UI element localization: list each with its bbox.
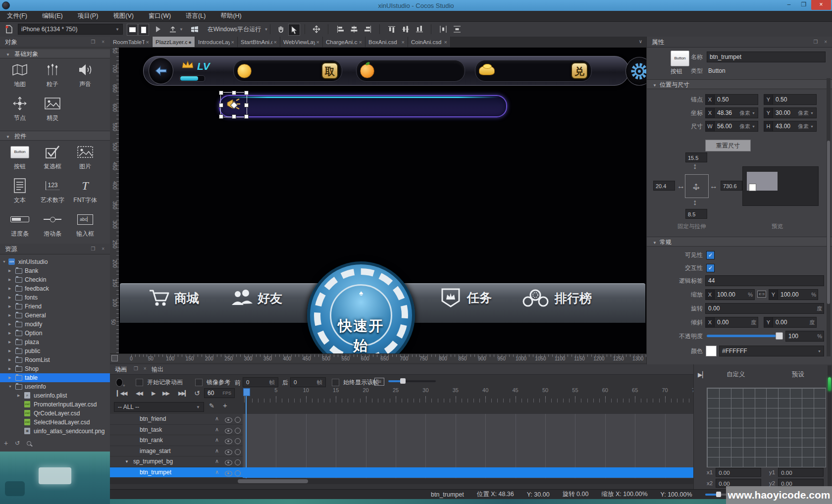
status-zoom-slider[interactable] [705, 494, 728, 496]
collapsed-icon[interactable]: ▶ [8, 266, 11, 275]
document-tab[interactable]: StartBtnAni.c× [238, 37, 280, 47]
always-show-checkbox[interactable] [332, 379, 339, 386]
lock-circle-icon[interactable] [235, 438, 241, 444]
visibility-eye-icon[interactable] [225, 450, 232, 455]
timeline-hscroll-thumb[interactable] [238, 479, 308, 483]
curve-x1-field[interactable]: x10.00 [707, 468, 761, 477]
collapsed-icon[interactable]: ▶ [8, 293, 11, 302]
playhead-handle[interactable] [243, 388, 250, 396]
distribute-v-icon[interactable] [452, 24, 463, 35]
visibility-eye-icon[interactable] [225, 460, 232, 465]
align-left-icon[interactable] [335, 24, 346, 35]
distribute-h-icon[interactable] [438, 24, 449, 35]
scale-y-input[interactable]: Y100.00 % [769, 289, 818, 300]
tree-item-modify[interactable]: ▶modify [0, 320, 110, 329]
rotate-input[interactable]: 0.00度 [705, 303, 824, 314]
section-basic-objects[interactable]: ▼ 基础对象 [0, 49, 110, 58]
palette-item-progress[interactable]: 进度条 [3, 210, 36, 238]
timeline-row-btn_rank[interactable]: btn_rank∧ [110, 435, 693, 446]
selection-handle[interactable] [244, 91, 249, 95]
mirror-reference-toggle[interactable]: 镜像参考 [195, 377, 230, 388]
hand-tool-icon[interactable] [275, 24, 286, 35]
timeline-row-btn_friend[interactable]: btn_friend∧ [110, 414, 693, 425]
visibility-eye-icon[interactable] [225, 471, 232, 476]
record-icon[interactable] [116, 377, 123, 388]
collapsed-icon[interactable]: ▶ [8, 338, 11, 347]
skew-x-input[interactable]: X0.00 度 [705, 317, 758, 328]
collapsed-icon[interactable]: ▶ [8, 275, 11, 284]
tree-item-userinfo[interactable]: ▼userinfo [0, 382, 110, 391]
panel-window-icons[interactable]: ❒ × [91, 244, 107, 254]
tree-item-xinUIstudio[interactable]: ▼ccsxinUIstudio [0, 257, 110, 266]
selection-box[interactable] [220, 92, 247, 117]
task-button[interactable]: 任务 [438, 287, 492, 308]
tree-item-PromoterInputLayer.csd[interactable]: csdPromoterInputLayer.csd [0, 400, 110, 409]
color-input[interactable]: #FFFFFF▼ [719, 346, 824, 356]
lock-circle-icon[interactable] [235, 417, 241, 423]
document-tab[interactable]: PlazzLayer.cs● [153, 37, 195, 47]
add-track-icon[interactable]: + [223, 401, 227, 409]
menu-item[interactable]: 编辑(E) [42, 12, 63, 20]
menu-item[interactable]: 项目(P) [78, 12, 99, 20]
back-button[interactable] [149, 57, 173, 84]
collapsed-icon[interactable]: ▶ [8, 347, 11, 355]
after-frames-input[interactable]: 0帧 [290, 377, 326, 387]
collapse-track-icon[interactable]: ∧ [215, 469, 219, 475]
fast-forward-icon[interactable]: ▶▶ [162, 390, 169, 397]
tree-item-userinfo.plist[interactable]: ▶puserinfo.plist [0, 391, 110, 400]
selection-handle[interactable] [219, 91, 223, 95]
selection-handle[interactable] [219, 103, 223, 107]
tab-custom[interactable]: 自定义 [727, 370, 745, 379]
collapsed-icon[interactable]: ▶ [17, 391, 20, 400]
play-small-icon[interactable]: ▶▏ [698, 371, 707, 378]
color-swatch[interactable] [706, 346, 717, 356]
palette-item-sound[interactable]: 声音 [69, 60, 102, 89]
landscape-button[interactable] [127, 24, 138, 36]
selection-handle[interactable] [232, 114, 236, 119]
tree-item-plaza[interactable]: ▶plaza [0, 338, 110, 347]
collapse-track-icon[interactable]: ∧ [215, 426, 219, 433]
tree-item-Shop[interactable]: ▶Shop [0, 364, 110, 373]
tab-close-icon[interactable]: × [274, 39, 277, 45]
tree-item-uinfo_atlas_sendcount.png[interactable]: ▦uinfo_atlas_sendcount.png [0, 427, 110, 436]
opacity-slider[interactable] [707, 335, 776, 337]
collapsed-icon[interactable]: ▶ [8, 364, 11, 373]
collapsed-icon[interactable]: ▶ [8, 302, 11, 311]
stretch-center-box[interactable]: ↔ ↕ [685, 174, 709, 198]
scale-link-icon[interactable]: ⊏⊐ [757, 291, 766, 298]
collapse-track-icon[interactable]: ∧ [215, 458, 219, 464]
play-frame-icon[interactable]: ▶ [152, 390, 155, 397]
collapse-track-icon[interactable]: ∧ [215, 437, 219, 443]
shop-button[interactable]: 商城 [149, 288, 199, 308]
palette-item-map[interactable]: 地图 [3, 60, 36, 89]
portrait-button[interactable] [138, 24, 149, 36]
always-show-frame-toggle[interactable]: 始终显示该帧 [332, 377, 379, 388]
tree-item-table[interactable]: ▶table [0, 373, 110, 382]
curve-grid[interactable] [707, 388, 826, 467]
tab-close-icon[interactable]: × [316, 39, 319, 45]
anchor-x-input[interactable]: X0.50 [705, 94, 758, 105]
tab-close-icon[interactable]: × [402, 39, 405, 45]
reset-size-button[interactable]: 重置尺寸 [705, 140, 751, 151]
tree-item-Bank[interactable]: ▶Bank [0, 266, 110, 275]
search-icon[interactable] [27, 441, 31, 446]
minimize-button[interactable]: – [781, 0, 796, 10]
section-widgets[interactable]: ▼ 控件 [0, 131, 110, 141]
section-general[interactable]: ▼常规 [647, 237, 832, 247]
timeline-row-image_start[interactable]: image_start∧ [110, 446, 693, 457]
opacity-slider-handle[interactable] [776, 332, 783, 340]
palette-item-sprite[interactable]: 精灵 [36, 94, 69, 122]
menu-item[interactable]: 帮助(H) [220, 12, 241, 20]
play-button[interactable] [154, 24, 162, 35]
palette-item-text[interactable]: 文本 [3, 176, 36, 204]
align-center-h-icon[interactable] [349, 24, 360, 35]
tree-item-General[interactable]: ▶General [0, 311, 110, 320]
track-filter-select[interactable]: -- ALL --▼ [114, 402, 204, 412]
rank-button[interactable]: 排行榜 [521, 288, 592, 308]
skip-start-icon[interactable]: ▎◀◀ [117, 390, 126, 397]
collapsed-icon[interactable]: ▶ [8, 311, 11, 320]
tab-close-icon[interactable]: × [444, 39, 447, 45]
before-frames-input[interactable]: 0帧 [243, 377, 278, 387]
expand-icon[interactable]: ▼ [8, 382, 12, 391]
maximize-button[interactable]: ❐ [796, 0, 811, 10]
